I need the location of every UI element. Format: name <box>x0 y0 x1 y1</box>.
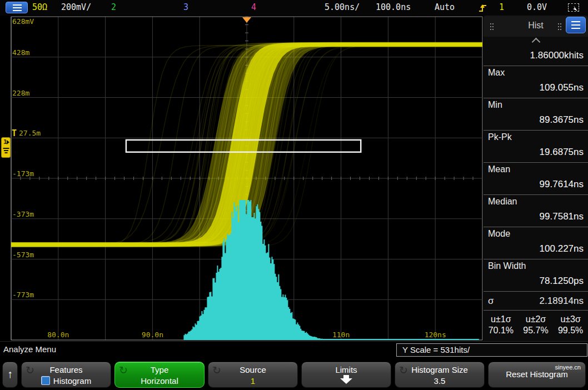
svg-text:-373m: -373m <box>12 210 34 218</box>
softkey-value: 1 <box>208 376 297 386</box>
hist-total-hits: 1.86000khits <box>484 44 588 66</box>
softkey-value: Horizontal <box>115 376 204 386</box>
stat-label: Median <box>488 197 584 207</box>
svg-text:120ns: 120ns <box>425 331 446 339</box>
sigma2-value: 95.7% <box>523 326 548 336</box>
hist-panel-header[interactable]: Hist <box>484 16 588 37</box>
hamburger-icon <box>571 21 580 22</box>
softkey-histogram-size[interactable]: ↻ Histogram Size 3.5 <box>395 362 485 388</box>
stat-value: 100.227ns <box>488 243 584 254</box>
svg-text:628mV: 628mV <box>12 17 34 26</box>
pointer-select-icon[interactable] <box>568 3 579 12</box>
stat-label: Mean <box>488 164 584 174</box>
softkey-label: Histogram Size <box>395 365 484 374</box>
ch1-scale[interactable]: 200mV/ <box>61 2 91 12</box>
sigma2-label: u±2σ <box>526 314 546 324</box>
sigma1-value: 70.1% <box>489 326 514 336</box>
stat-value: 109.055ns <box>488 82 584 93</box>
stat-value: 99.7614ns <box>488 179 584 190</box>
channel-4-button[interactable]: 4 <box>251 2 256 12</box>
svg-text:80.0n: 80.0n <box>47 331 69 339</box>
softkey-value: Histogram <box>53 376 91 386</box>
timebase-value[interactable]: 5.00ns/ <box>325 2 360 12</box>
marker-arrow-icon <box>7 140 9 144</box>
sigma-percent-table: u±1σ u±2σ u±3σ 70.1% 95.7% 99.5% <box>484 310 588 341</box>
ch1-impedance[interactable]: 50Ω <box>32 2 47 12</box>
sigma3-label: u±3σ <box>560 314 580 324</box>
checkbox-icon[interactable] <box>41 376 50 385</box>
softkey-features[interactable]: ↻ Features Histogram <box>21 362 111 388</box>
softkey-type[interactable]: ↻ Type Horizontal <box>114 362 205 388</box>
softkey-label: Limits <box>302 365 391 374</box>
channel-2-button[interactable]: 2 <box>111 2 116 12</box>
y-scale-readout: Y Scale = 531hits/ <box>396 343 587 357</box>
stat-row-sigma: σ 2.18914ns <box>484 291 588 310</box>
svg-text:-773m: -773m <box>12 291 34 299</box>
trigger-slope-icon <box>478 2 488 13</box>
stat-value: 89.3675ns <box>488 114 584 126</box>
softkey-source[interactable]: ↻ Source 1 <box>208 362 298 388</box>
stat-label: Pk-Pk <box>488 132 584 142</box>
ground-icon <box>3 148 9 149</box>
softkey-label: Features <box>22 365 111 374</box>
stat-label: Min <box>488 100 584 110</box>
sigma1-label: u±1σ <box>491 314 511 324</box>
waveform-histogram-plot: 628mV428m228m27.5m-173m-373m-573m-773m80… <box>0 16 484 341</box>
stat-row-median: Median 99.7581ns <box>484 194 588 227</box>
stat-row-max: Max 109.055ns <box>484 66 588 98</box>
hamburger-icon <box>13 4 22 6</box>
softkey-reset-histogram[interactable]: sinyee.cn Reset Histogram <box>488 362 586 388</box>
stat-row-mean: Mean 99.7614ns <box>484 162 588 194</box>
stat-label: Bin Width <box>488 261 584 271</box>
stat-value: 78.1250ps <box>488 276 584 287</box>
main-menu-button[interactable] <box>6 2 28 13</box>
softkey-menu-bar: Analyze Menu Y Scale = 531hits/ ↑ ↻ Feat… <box>0 341 588 390</box>
drag-grip-icon[interactable] <box>558 23 559 24</box>
softkey-value: 3.5 <box>395 376 484 386</box>
delay-value[interactable]: 100.0ns <box>376 2 411 12</box>
top-status-bar: 50Ω 200mV/ 2 3 4 5.00ns/ 100.0ns Auto 1 … <box>0 0 588 16</box>
hist-panel: Hist 1.86000khits Max 109.055ns Min 89.3… <box>484 16 588 341</box>
up-arrow-icon: ↑ <box>3 362 17 386</box>
stat-row-pkpk: Pk-Pk 19.6875ns <box>484 130 588 162</box>
oscilloscope-screen: 50Ω 200mV/ 2 3 4 5.00ns/ 100.0ns Auto 1 … <box>0 0 588 390</box>
panel-menu-button[interactable] <box>566 17 586 33</box>
stat-label: Mode <box>488 229 584 239</box>
svg-text:-173m: -173m <box>12 169 34 178</box>
sigma-value: 2.18914ns <box>540 296 584 307</box>
stat-row-binwidth: Bin Width 78.1250ps <box>484 259 588 291</box>
svg-text:228m: 228m <box>12 89 29 97</box>
stat-label: Max <box>488 68 584 78</box>
stat-value: 99.7581ns <box>488 211 584 222</box>
acquisition-mode[interactable]: Auto <box>435 2 455 12</box>
svg-text:428m: 428m <box>12 48 29 57</box>
watermark: sinyee.cn <box>555 364 581 371</box>
menu-title: Analyze Menu <box>3 344 56 354</box>
back-button[interactable]: ↑ <box>2 362 18 388</box>
svg-text:-573m: -573m <box>12 251 34 259</box>
stat-row-min: Min 89.3675ns <box>484 98 588 130</box>
trigger-level-marker[interactable]: T <box>12 128 17 138</box>
sigma-label: σ <box>488 296 494 307</box>
cycle-icon: ↻ <box>26 364 34 376</box>
channel-3-button[interactable]: 3 <box>183 2 188 12</box>
svg-text:110n: 110n <box>332 331 350 339</box>
softkey-label: Type <box>115 365 204 374</box>
cycle-icon: ↻ <box>212 364 221 376</box>
scope-display[interactable]: 628mV428m228m27.5m-173m-373m-573m-773m80… <box>0 16 484 341</box>
cycle-icon: ↻ <box>399 364 408 376</box>
stat-row-mode: Mode 100.227ns <box>484 227 588 259</box>
svg-text:90.0n: 90.0n <box>142 331 163 339</box>
stat-value: 19.6875ns <box>488 147 584 158</box>
softkey-limits[interactable]: Limits <box>301 362 391 388</box>
trigger-level[interactable]: 0.0V <box>527 2 547 12</box>
cycle-icon: ↻ <box>119 364 128 376</box>
softkey-label: Source <box>208 365 297 374</box>
channel1-ground-marker[interactable]: 1 <box>1 137 11 158</box>
svg-text:27.5m: 27.5m <box>19 129 41 137</box>
trigger-source[interactable]: 1 <box>499 2 504 12</box>
sigma3-value: 99.5% <box>558 326 583 336</box>
